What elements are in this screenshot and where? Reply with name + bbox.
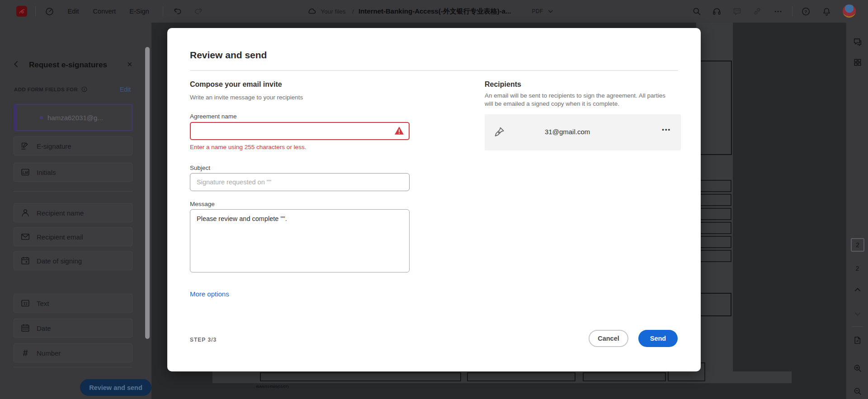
field-recipient-name[interactable]: Recipient name bbox=[14, 203, 132, 222]
zoom-out-icon[interactable] bbox=[846, 387, 868, 396]
envelope-icon bbox=[20, 232, 30, 242]
fit-page-icon[interactable] bbox=[846, 336, 868, 345]
review-and-send-dialog: Review and send Compose your email invit… bbox=[167, 28, 701, 371]
notifications-bell-icon[interactable] bbox=[819, 0, 834, 23]
sidebar-scrollbar-thumb[interactable] bbox=[145, 47, 150, 339]
recipient-row[interactable]: 31@gmail.com ••• bbox=[485, 114, 681, 150]
recipients-heading: Recipients bbox=[485, 80, 521, 89]
recipient-chip-email: hamza62031@g... bbox=[47, 114, 103, 122]
menu-convert[interactable]: Convert bbox=[90, 0, 119, 23]
subject-label: Subject bbox=[190, 164, 210, 171]
menu-edit[interactable]: Edit bbox=[63, 0, 83, 23]
page-number-input[interactable]: 2 bbox=[851, 238, 864, 252]
field-esignature[interactable]: E-signature bbox=[14, 136, 132, 155]
recipient-color-dot bbox=[40, 116, 43, 119]
cancel-button[interactable]: Cancel bbox=[589, 330, 628, 347]
pdf-table-cell bbox=[260, 372, 461, 381]
previous-page-icon[interactable] bbox=[846, 286, 868, 294]
user-avatar[interactable] bbox=[843, 5, 856, 18]
comments-panel-icon[interactable] bbox=[846, 37, 868, 47]
pen-nib-icon bbox=[24, 112, 35, 123]
panel-title: Request e-signatures bbox=[29, 61, 107, 70]
add-form-fields-for-label: ADD FORM FIELDS FOR bbox=[14, 87, 78, 92]
more-options-link[interactable]: More options bbox=[190, 290, 229, 298]
format-badge: PDF bbox=[530, 0, 545, 23]
svg-text:LM: LM bbox=[23, 171, 28, 175]
field-date-of-signing[interactable]: Date of signing bbox=[14, 251, 132, 270]
acrobat-swirl-icon bbox=[18, 8, 26, 15]
info-icon[interactable] bbox=[81, 86, 88, 93]
field-number[interactable]: # Number bbox=[14, 343, 132, 362]
cloud-icon bbox=[306, 0, 318, 23]
calendar-icon bbox=[20, 256, 30, 266]
close-icon[interactable]: × bbox=[127, 59, 132, 70]
field-initials[interactable]: LM Initials bbox=[14, 163, 132, 182]
calendar-icon bbox=[20, 323, 30, 333]
subject-input[interactable] bbox=[190, 173, 410, 191]
back-icon[interactable] bbox=[12, 60, 22, 70]
breadcrumb-your-files[interactable]: Your files bbox=[319, 0, 347, 23]
page-total-label: 2 bbox=[846, 265, 868, 272]
compose-heading: Compose your email invite bbox=[190, 80, 282, 89]
pen-nib-icon bbox=[493, 125, 506, 139]
agreement-error-text: Enter a name using 255 characters or les… bbox=[190, 144, 306, 150]
send-button[interactable]: Send bbox=[638, 330, 678, 347]
comment-icon[interactable] bbox=[730, 0, 744, 23]
pdf-table-cell bbox=[583, 372, 666, 381]
headset-icon[interactable] bbox=[710, 0, 723, 23]
svg-text:TI: TI bbox=[23, 301, 28, 306]
breadcrumb-separator: / bbox=[351, 0, 355, 23]
recipient-more-icon[interactable]: ••• bbox=[662, 126, 671, 133]
agreement-name-input[interactable] bbox=[190, 122, 410, 140]
recipient-email-text: 31@gmail.com bbox=[545, 128, 590, 136]
search-icon[interactable] bbox=[690, 0, 703, 23]
divider bbox=[190, 70, 678, 71]
recipients-description: An email will be sent to recipients to s… bbox=[485, 92, 675, 108]
more-options-icon[interactable]: ••• bbox=[771, 0, 786, 23]
compose-subheading: Write an invite message to your recipien… bbox=[190, 94, 303, 101]
request-esign-panel: Request e-signatures × ADD FORM FIELDS F… bbox=[0, 23, 151, 399]
review-and-send-sidebar-button[interactable]: Review and send bbox=[80, 379, 151, 396]
agreement-name-field-wrap bbox=[190, 122, 410, 140]
help-icon[interactable]: ? bbox=[798, 0, 813, 23]
divider bbox=[792, 6, 793, 16]
partial-field-edge bbox=[14, 367, 132, 367]
text-field-icon: TI bbox=[20, 298, 30, 308]
divider bbox=[35, 6, 36, 16]
chevron-down-icon[interactable] bbox=[545, 0, 556, 23]
svg-text:?: ? bbox=[804, 9, 807, 14]
message-textarea[interactable]: Please review and complete "". bbox=[190, 209, 410, 272]
divider bbox=[14, 191, 132, 192]
top-toolbar: Edit Convert E-Sign Your files / Interne… bbox=[0, 0, 868, 23]
field-date[interactable]: Date bbox=[14, 319, 132, 338]
undo-icon[interactable] bbox=[171, 0, 184, 23]
app-window: continue nt holder IBAA/014566(01/07) bbox=[0, 0, 868, 399]
pdf-table-cell bbox=[467, 372, 576, 381]
number-icon: # bbox=[20, 348, 30, 358]
document-filename: Internet-Banking-Access(-外文银行专业表格)-a... bbox=[359, 0, 527, 23]
step-indicator: STEP 3/3 bbox=[190, 337, 217, 343]
edit-recipients-link[interactable]: Edit bbox=[120, 86, 131, 93]
agreement-name-label: Agreement name bbox=[190, 113, 237, 120]
acrobat-logo[interactable] bbox=[16, 6, 27, 17]
redo-icon[interactable] bbox=[192, 0, 205, 23]
person-icon bbox=[20, 208, 30, 218]
field-text[interactable]: TI Text bbox=[14, 294, 132, 313]
dialog-title: Review and send bbox=[190, 50, 267, 61]
warning-icon bbox=[394, 126, 404, 135]
field-recipient-email[interactable]: Recipient email bbox=[14, 227, 132, 246]
signature-icon bbox=[20, 141, 30, 151]
next-page-icon[interactable] bbox=[846, 310, 868, 318]
zoom-in-icon[interactable] bbox=[846, 364, 868, 373]
menu-esign[interactable]: E-Sign bbox=[127, 0, 152, 23]
recipient-chip[interactable]: hamza62031@g... bbox=[14, 104, 132, 131]
divider bbox=[852, 326, 863, 327]
pdf-footer-code: IBAA/014566(01/07) bbox=[256, 385, 289, 389]
divider bbox=[163, 6, 163, 16]
recent-files-icon[interactable] bbox=[42, 0, 56, 23]
right-tool-rail: 2 2 bbox=[846, 23, 868, 399]
initials-icon: LM bbox=[20, 167, 30, 177]
grid-view-icon[interactable] bbox=[846, 58, 868, 67]
subject-field-wrap bbox=[190, 173, 410, 191]
link-icon[interactable] bbox=[750, 0, 764, 23]
